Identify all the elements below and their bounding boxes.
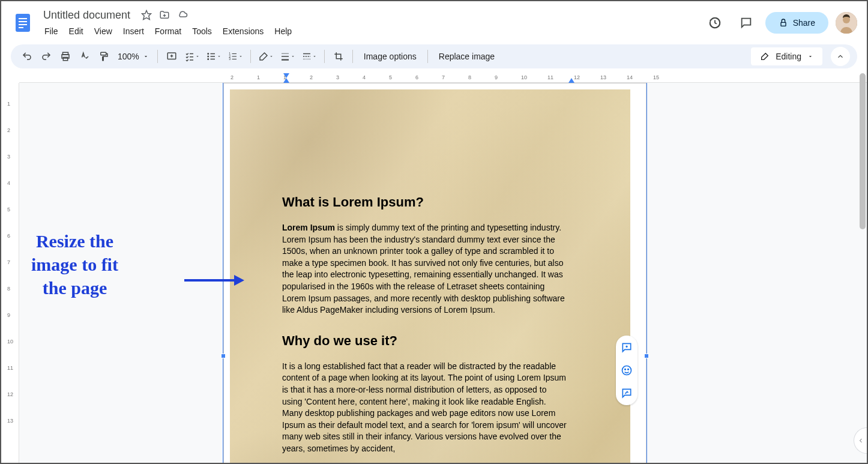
separator — [324, 50, 325, 63]
resize-handle-right[interactable] — [644, 354, 649, 358]
pencil-icon — [760, 52, 770, 61]
star-icon[interactable] — [141, 10, 152, 20]
avatar[interactable] — [836, 12, 857, 34]
separator — [157, 50, 158, 63]
document-title[interactable]: Untitled document — [40, 8, 134, 23]
numbered-list-button[interactable]: 123 — [225, 47, 246, 65]
svg-point-37 — [625, 369, 626, 370]
svg-rect-3 — [19, 24, 27, 25]
move-icon[interactable] — [159, 10, 170, 20]
chevron-down-icon — [238, 54, 243, 59]
svg-rect-31 — [282, 56, 289, 57]
page[interactable]: What is Lorem Ipsum? Lorem Ipsum is simp… — [223, 83, 646, 464]
menu-format[interactable]: Format — [150, 24, 186, 38]
chevron-down-icon — [217, 54, 222, 59]
toolbar: 100% 123 Image options Replace image Edi… — [11, 44, 857, 68]
docs-logo[interactable] — [11, 11, 35, 35]
canvas-area: 21123456789101112131415 1234567891011121… — [1, 73, 867, 464]
cloud-status-icon[interactable] — [177, 10, 188, 20]
chevron-down-icon — [195, 54, 200, 59]
svg-point-18 — [208, 53, 209, 55]
resize-handle-left[interactable] — [221, 354, 226, 358]
separator — [427, 50, 428, 63]
svg-point-38 — [628, 369, 629, 370]
side-actions — [616, 336, 637, 405]
spellcheck-button[interactable] — [76, 47, 94, 65]
add-emoji-button[interactable] — [618, 362, 635, 379]
horizontal-ruler[interactable]: 21123456789101112131415 — [19, 73, 867, 83]
svg-rect-32 — [282, 59, 289, 61]
heading-2[interactable]: Why do we use it? — [282, 333, 567, 349]
svg-rect-7 — [781, 22, 786, 26]
lock-icon — [779, 18, 788, 28]
history-icon[interactable] — [703, 11, 727, 35]
editing-label: Editing — [776, 52, 801, 61]
suggest-edits-button[interactable] — [618, 385, 635, 402]
svg-rect-2 — [19, 21, 27, 22]
add-comment-button[interactable] — [618, 339, 635, 356]
replace-image-button[interactable]: Replace image — [433, 52, 501, 61]
zoom-value: 100% — [118, 52, 139, 61]
title-area: Untitled document File Edit View Insert … — [40, 8, 703, 38]
paragraph-2[interactable]: It is a long established fact that a rea… — [282, 361, 567, 455]
zoom-selector[interactable]: 100% — [114, 52, 152, 61]
menu-insert[interactable]: Insert — [118, 24, 149, 38]
svg-rect-1 — [19, 18, 27, 19]
app-header: Untitled document File Edit View Insert … — [1, 1, 867, 40]
editing-mode-button[interactable]: Editing — [751, 47, 822, 65]
chevron-down-icon — [312, 54, 317, 59]
border-dash-button[interactable] — [299, 47, 319, 65]
share-button[interactable]: Share — [765, 12, 828, 34]
document-viewport[interactable]: What is Lorem Ipsum? Lorem Ipsum is simp… — [19, 83, 867, 464]
menu-edit[interactable]: Edit — [64, 24, 88, 38]
chevron-down-icon — [143, 53, 149, 59]
separator — [250, 50, 251, 63]
header-right: Share — [703, 11, 857, 35]
svg-point-19 — [208, 56, 209, 57]
collapse-toolbar-button[interactable] — [831, 47, 850, 66]
svg-rect-0 — [16, 14, 30, 32]
menu-view[interactable]: View — [89, 24, 117, 38]
svg-rect-4 — [19, 27, 23, 28]
document-content: What is Lorem Ipsum? Lorem Ipsum is simp… — [282, 194, 567, 464]
menu-help[interactable]: Help — [270, 24, 297, 38]
border-color-button[interactable] — [256, 47, 276, 65]
paint-format-button[interactable] — [95, 47, 113, 65]
vertical-scrollbar[interactable] — [860, 73, 866, 457]
svg-point-20 — [208, 59, 209, 60]
svg-rect-30 — [282, 53, 289, 54]
paragraph-1[interactable]: Lorem Ipsum is simply dummy text of the … — [282, 222, 567, 316]
svg-point-36 — [622, 366, 631, 375]
separator — [352, 50, 353, 63]
chevron-down-icon — [807, 53, 813, 59]
border-weight-button[interactable] — [277, 47, 298, 65]
menu-file[interactable]: File — [40, 24, 63, 38]
heading-1[interactable]: What is Lorem Ipsum? — [282, 194, 567, 210]
print-button[interactable] — [56, 47, 74, 65]
image-options-button[interactable]: Image options — [358, 52, 423, 61]
undo-button[interactable] — [18, 47, 36, 65]
crop-button[interactable] — [330, 47, 348, 65]
redo-button[interactable] — [37, 47, 55, 65]
vertical-ruler[interactable]: 12345678910111213 — [1, 83, 19, 464]
insert-comment-button[interactable] — [163, 47, 181, 65]
chevron-down-icon — [269, 54, 274, 59]
checklist-button[interactable] — [182, 47, 202, 65]
bulleted-list-button[interactable] — [203, 47, 224, 65]
svg-marker-5 — [142, 11, 151, 20]
comments-icon[interactable] — [734, 11, 758, 35]
menu-bar: File Edit View Insert Format Tools Exten… — [40, 24, 703, 38]
menu-tools[interactable]: Tools — [187, 24, 217, 38]
svg-text:3: 3 — [229, 57, 231, 61]
menu-extensions[interactable]: Extensions — [218, 24, 268, 38]
svg-rect-13 — [101, 52, 106, 55]
scrollbar-thumb[interactable] — [860, 73, 866, 229]
chevron-down-icon — [291, 54, 295, 59]
share-label: Share — [793, 18, 815, 28]
